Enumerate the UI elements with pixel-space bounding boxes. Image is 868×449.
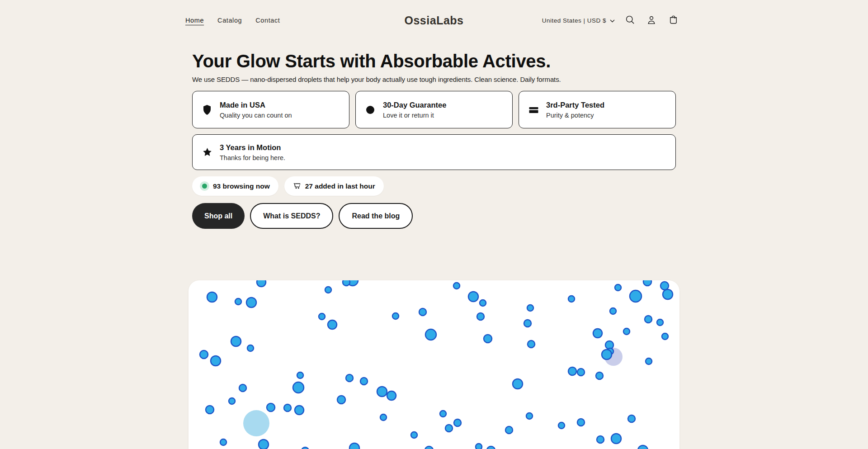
bubble [638,445,648,449]
cart-icon [669,15,678,26]
bubble [484,335,492,343]
search-icon [625,15,635,26]
browsing-now-badge: 93 browsing now [192,176,278,196]
bubble [220,439,226,445]
shop-all-button[interactable]: Shop all [192,203,245,229]
bubble [246,298,256,307]
what-is-sedds-button[interactable]: What is SEDDS? [250,203,333,229]
card-title: 30-Day Guarantee [383,101,446,109]
bubble [577,369,585,376]
bubble [528,340,535,348]
bubble [568,296,575,302]
bubble [411,432,417,438]
bubble [257,280,266,287]
dot-icon [365,105,376,115]
bubble [568,367,576,375]
bubble [453,283,460,289]
bubble [440,411,446,417]
bubble [527,305,533,311]
bubble [239,384,246,392]
star-icon [202,147,212,157]
bubble [211,356,221,366]
bubble [628,415,635,422]
bubble [623,328,630,335]
bubble [243,410,269,436]
card-title: 3rd-Party Tested [546,101,604,109]
nav-link-catalog[interactable]: Catalog [217,17,242,24]
bubble [377,387,387,397]
badge-bars-icon [528,105,539,115]
bubble [630,290,642,302]
bubble [267,403,275,411]
browsing-now-label: 93 browsing now [213,182,270,190]
bubble [419,308,426,316]
bubble [295,406,304,415]
bubble [392,313,399,319]
bubble [480,300,486,306]
bubble [476,444,482,449]
bubble [577,419,585,426]
bubble [597,436,604,443]
feature-card-guarantee: 30-Day Guarantee Love it or return it [355,91,513,128]
bubble [380,414,387,421]
chevron-down-icon [610,17,615,24]
bubble [284,404,291,411]
bubble [207,292,217,302]
nav-link-home[interactable]: Home [185,17,204,24]
bubble [615,284,621,291]
bubble [513,379,523,389]
bubble [468,292,478,302]
hero-title: Your Glow Starts with Absorbable Actives… [192,51,676,71]
bubble-field [189,280,679,449]
cart-button[interactable] [664,11,683,30]
bubble [231,336,241,346]
bubble [337,396,345,404]
cart-icon [293,182,301,190]
feature-card-made-in-usa: Made in USA Quality you can count on [192,91,349,128]
card-title: Made in USA [220,101,292,109]
read-the-blog-button[interactable]: Read the blog [339,203,413,229]
bubble [657,319,663,326]
header-actions: United States | USD $ [539,11,683,30]
bubble [526,413,533,419]
nav-link-contact[interactable]: Contact [255,17,280,24]
search-button[interactable] [620,11,639,30]
bubble [643,280,651,286]
bubble [328,320,337,329]
bubble [259,440,269,449]
hero-subtitle: We use SEDDS — nano-dispersed droplets t… [192,76,676,83]
bubble [325,287,331,293]
bubble [343,280,350,286]
shield-icon [202,104,212,115]
feature-card-tested: 3rd-Party Tested Purity & potency [519,91,676,128]
added-last-hour-badge: 27 added in last hour [284,176,384,196]
account-button[interactable] [642,11,661,30]
bubble [524,320,531,327]
feature-cards: Made in USA Quality you can count on 30-… [192,91,676,128]
store-logo[interactable]: OssiaLabs [405,14,464,27]
feature-card-anniversary: 3 Years in Motion Thanks for being here. [192,134,676,170]
bubble [596,372,603,379]
bubble [302,447,309,449]
bubble [247,345,254,351]
bubble [505,426,513,434]
bubble [229,398,235,404]
bubble [346,374,353,382]
bubble [663,289,673,299]
site-header: Home Catalog Contact OssiaLabs United St… [0,0,868,28]
account-icon [646,15,656,26]
bubble [425,446,433,449]
bubble [360,378,368,385]
bubble [645,316,652,323]
bubble [319,313,325,320]
card-text: Thanks for being here. [220,154,285,161]
bubble [206,406,214,414]
country-currency-selector[interactable]: United States | USD $ [539,14,618,28]
bubble [487,446,495,449]
bubble [602,350,612,359]
card-title: 3 Years in Motion [220,143,285,152]
bubble [660,282,669,290]
card-text: Purity & potency [546,112,604,119]
live-stats: 93 browsing now 27 added in last hour [192,176,676,196]
main-nav: Home Catalog Contact [185,17,280,24]
